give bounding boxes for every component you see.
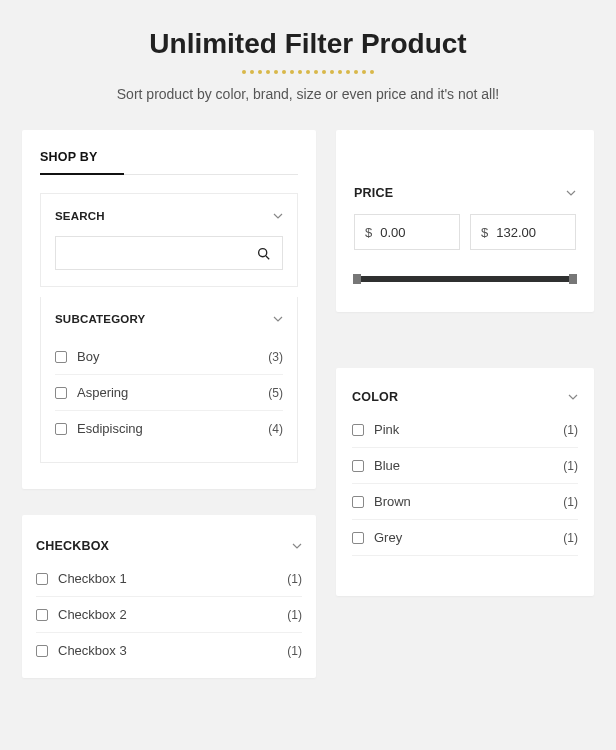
color-item[interactable]: Pink (1) — [352, 412, 578, 448]
checkbox-icon — [55, 351, 67, 363]
color-item-count: (1) — [563, 495, 578, 509]
subcategory-item[interactable]: Aspering (5) — [55, 375, 283, 411]
chevron-down-icon — [273, 211, 283, 221]
color-item-label: Grey — [374, 530, 402, 545]
price-card: PRICE $ 0.00 $ 132.00 — [336, 130, 594, 312]
checkbox-item[interactable]: Checkbox 2 (1) — [36, 597, 302, 633]
checkbox-item[interactable]: Checkbox 3 (1) — [36, 633, 302, 668]
checkbox-item-count: (1) — [287, 572, 302, 586]
color-item[interactable]: Brown (1) — [352, 484, 578, 520]
checkbox-icon — [36, 645, 48, 657]
chevron-down-icon — [273, 314, 283, 324]
checkbox-item-label: Checkbox 2 — [58, 607, 127, 622]
shop-by-card: SHOP BY SEARCH SUBCATEGOR — [22, 130, 316, 489]
page-title: Unlimited Filter Product — [22, 28, 594, 60]
shop-by-title: SHOP BY — [40, 150, 298, 175]
checkbox-item-label: Checkbox 1 — [58, 571, 127, 586]
color-title: COLOR — [352, 390, 398, 404]
color-item-label: Pink — [374, 422, 399, 437]
chevron-down-icon — [566, 188, 576, 198]
color-card: COLOR Pink (1) Blue (1) Brown (1) Grey — [336, 368, 594, 596]
checkbox-item[interactable]: Checkbox 1 (1) — [36, 561, 302, 597]
checkbox-icon — [352, 424, 364, 436]
color-item-count: (1) — [563, 423, 578, 437]
checkbox-icon — [36, 573, 48, 585]
divider-dots — [22, 70, 594, 74]
search-box — [55, 236, 283, 270]
currency-symbol: $ — [481, 225, 488, 240]
subcategory-item-count: (5) — [268, 386, 283, 400]
color-header[interactable]: COLOR — [352, 390, 578, 404]
subcategory-item-label: Esdipiscing — [77, 421, 143, 436]
page-subtitle: Sort product by color, brand, size or ev… — [22, 86, 594, 102]
svg-line-1 — [265, 255, 268, 258]
price-min-input[interactable]: $ 0.00 — [354, 214, 460, 250]
checkbox-icon — [352, 460, 364, 472]
subcategory-item-count: (4) — [268, 422, 283, 436]
price-slider[interactable] — [354, 276, 576, 282]
subcategory-panel-header[interactable]: SUBCATEGORY — [55, 313, 283, 325]
checkbox-icon — [55, 423, 67, 435]
currency-symbol: $ — [365, 225, 372, 240]
checkbox-item-count: (1) — [287, 608, 302, 622]
price-header[interactable]: PRICE — [354, 186, 576, 200]
price-max-input[interactable]: $ 132.00 — [470, 214, 576, 250]
color-item[interactable]: Blue (1) — [352, 448, 578, 484]
search-panel: SEARCH — [40, 193, 298, 287]
checkbox-icon — [55, 387, 67, 399]
checkbox-item-count: (1) — [287, 644, 302, 658]
slider-handle-min[interactable] — [353, 274, 361, 284]
color-item-label: Blue — [374, 458, 400, 473]
color-item-count: (1) — [563, 459, 578, 473]
subcategory-panel: SUBCATEGORY Boy (3) Aspering (5) Esdipis… — [40, 297, 298, 463]
search-panel-header[interactable]: SEARCH — [55, 210, 283, 222]
checkbox-item-label: Checkbox 3 — [58, 643, 127, 658]
checkbox-card: CHECKBOX Checkbox 1 (1) Checkbox 2 (1) C… — [22, 515, 316, 678]
subcategory-item-label: Aspering — [77, 385, 128, 400]
subcategory-item-label: Boy — [77, 349, 99, 364]
price-max-value: 132.00 — [496, 225, 536, 240]
checkbox-header[interactable]: CHECKBOX — [36, 539, 302, 553]
checkbox-icon — [36, 609, 48, 621]
search-button[interactable] — [244, 237, 282, 269]
price-title: PRICE — [354, 186, 393, 200]
color-item-label: Brown — [374, 494, 411, 509]
search-icon — [257, 247, 270, 260]
checkbox-title: CHECKBOX — [36, 539, 109, 553]
checkbox-icon — [352, 496, 364, 508]
subcategory-item-count: (3) — [268, 350, 283, 364]
svg-point-0 — [258, 248, 266, 256]
subcategory-item[interactable]: Boy (3) — [55, 339, 283, 375]
color-item-count: (1) — [563, 531, 578, 545]
checkbox-icon — [352, 532, 364, 544]
price-min-value: 0.00 — [380, 225, 405, 240]
chevron-down-icon — [568, 392, 578, 402]
color-item[interactable]: Grey (1) — [352, 520, 578, 556]
chevron-down-icon — [292, 541, 302, 551]
subcategory-item[interactable]: Esdipiscing (4) — [55, 411, 283, 446]
subcategory-panel-title: SUBCATEGORY — [55, 313, 145, 325]
search-input[interactable] — [56, 237, 244, 269]
search-panel-title: SEARCH — [55, 210, 105, 222]
slider-handle-max[interactable] — [569, 274, 577, 284]
